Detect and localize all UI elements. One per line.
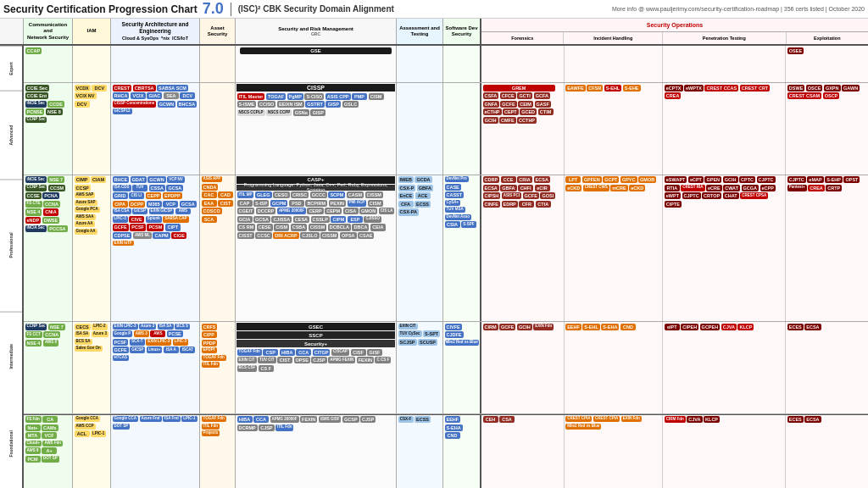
cert-osee: OSEE <box>787 47 804 54</box>
cert-cac: CAC <box>202 191 217 198</box>
cell-fnd-arch: Google CCA Azure Fnd ISA Fnd LPIC-1 DOT … <box>111 415 200 488</box>
cert-isa-a2: ISA A <box>164 347 179 353</box>
cert-cive: CIVE <box>129 216 144 223</box>
cert-gawn: GAWN <box>842 85 860 92</box>
cert-cjptc: CJPTC <box>757 176 776 183</box>
cert-ecre2: eCRE <box>706 185 722 191</box>
cert-bcpirm: BCPIRM <box>305 200 327 207</box>
cert-exin-cit: EXIN CIT <box>237 357 257 363</box>
cert-ccnp-s: CCNP Sec <box>25 185 47 191</box>
cert-cce: CCE <box>501 176 516 183</box>
cert-sehl2: S-EHE <box>623 85 641 92</box>
page-header: Security Certification Progression Chart… <box>0 0 868 19</box>
cert-cept: CEPT <box>503 108 519 115</box>
cert-eaa: EAA <box>202 200 217 207</box>
cert-dbca: DBCA <box>352 224 369 230</box>
cert-eckd: eCKD <box>629 185 645 191</box>
cert-itil-mp: ITIL MP <box>237 191 254 198</box>
gsec-bar: GSEC <box>236 323 395 330</box>
gse-bar: GSE <box>236 47 395 55</box>
cert-bhcsa: BHCSA <box>177 101 198 108</box>
cert-gcfe4: GCFE <box>113 347 129 353</box>
cert-dcpp: DCPP <box>129 201 145 208</box>
cert-togaf-fdn: TOGAF Fdn <box>237 349 262 356</box>
cell-fnd-assess: CSX-F ECSS <box>397 415 443 488</box>
cert-cfa: CFA <box>398 201 414 208</box>
cissp-bar: CISSP <box>236 84 395 92</box>
cell-expert-arch <box>111 46 200 82</box>
cert-pcna: PCNA <box>42 192 59 199</box>
pro-risk-certs: ITIL MP GLEG CESO CRISC GCCC SCPM CASM C… <box>236 191 395 240</box>
cert-cjissa: CJISSA <box>271 216 292 223</box>
cert-crest: CREST <box>113 85 132 92</box>
cert-cism: CISM <box>368 200 383 207</box>
cell-adv-dev <box>443 83 481 175</box>
cert-crest-crt2: CREST CRT <box>740 85 770 92</box>
cert-gasf: GASF <box>535 101 551 108</box>
cert-mile2: Mile2 Red vs Blue <box>445 340 479 346</box>
cert-crest-csas: CREST CCAS <box>704 85 738 92</box>
cell-pro-arch: RHCE GDAT GCWN VCP NV ISA CDS TUV CSSA G… <box>111 175 200 321</box>
cert-isa-csa: ISA CSA <box>113 208 131 214</box>
cell-int-risk: GSEC SSCP Security+ TOGAF Fdn CSP HIBA C… <box>236 322 397 413</box>
cell-pro-exploit: CJPTC eMAP S-EHP OPST Pantest+ CREA CRTP <box>786 175 868 321</box>
cert-bcs-s: BCS S <box>175 324 190 330</box>
cert-cism2: CISM <box>369 93 384 100</box>
cert-ctim: CTIM <box>538 108 554 115</box>
cert-cesa: CESA <box>293 216 309 223</box>
cert-ca2: CA <box>42 416 58 423</box>
cell-int-iam: CECS LPIC-2 ISA SA Azure 3 BCS SA Sales … <box>73 322 111 413</box>
cert-eces2: ECSA <box>804 324 821 330</box>
cert-cipm: CIPM <box>331 216 346 223</box>
cert-cerp: CERP <box>307 208 323 214</box>
cert-nse7: NSE 7 <box>47 176 64 183</box>
cert-ence: EnCE <box>398 192 415 199</box>
cert-osce: OSCE <box>806 85 823 92</box>
header-divider <box>231 3 231 16</box>
level-labels: Expert Advanced Professional Intermediat… <box>0 46 24 488</box>
cert-cimp: CIMP <box>75 176 90 183</box>
cert-pmp: PMP <box>352 93 367 100</box>
cert-gcsa: GCSA <box>166 185 183 191</box>
cert-ccap: CCAP <box>25 47 42 54</box>
cert-vcf: VCF <box>42 432 57 439</box>
cert-mcre: mCRE <box>610 185 628 191</box>
cert-cams: CAMs <box>42 424 58 431</box>
cert-acl: ACL <box>75 430 90 437</box>
cert-incie-s: iNCIE Sec <box>25 176 47 183</box>
page-title: Security Certification Progression Chart <box>3 3 198 15</box>
cert-gcga: GCGA <box>742 185 760 191</box>
cert-cepp: CEPP <box>146 192 162 199</box>
cert-exin-fdn2: EXIN Fdn <box>621 416 642 422</box>
cert-ceia: CEIA <box>370 224 386 230</box>
cert-ace2: ACE <box>415 192 431 199</box>
cell-fnd-exploit: ECES ECSA <box>786 415 868 488</box>
cert-ecih: eCKD <box>565 185 581 191</box>
cert-apmg-fexin: APMG FEXIN <box>328 357 355 363</box>
cert-gsna: GSNa <box>293 109 309 116</box>
cert-kali: CIRM Fdn <box>665 416 686 423</box>
cert-cysa-plus: CySA+ <box>445 200 461 206</box>
cert-gstrt: GSTRT <box>305 101 325 108</box>
cert-csba: CSBA <box>291 224 308 230</box>
cert-cipp: CIPP <box>202 331 217 338</box>
cert-cese: CESE <box>257 224 273 230</box>
cert-pcsf3: PCSF <box>113 339 129 346</box>
cert-grem: GREM <box>483 85 555 92</box>
cert-iweb: IWEB <box>398 176 414 183</box>
cert-hiba-f: HIBA <box>237 416 253 423</box>
cert-nse7-2: NSE 7 <box>48 324 65 330</box>
cert-ccse: CCSE <box>25 192 42 199</box>
cert-klcp2: KLCP <box>704 416 720 423</box>
cert-gbfa2: GBFA <box>500 185 516 191</box>
cert-ecsa3: ECSA <box>804 416 821 423</box>
cert-gicsp3: GICSP <box>130 347 145 353</box>
level-expert: Expert <box>0 46 22 91</box>
cert-gcthp: eCTHP <box>483 108 502 115</box>
cell-pro-network: iNCIE Sec NSE 7 CCNP Sec CCSM CCSE PCNA … <box>24 175 73 321</box>
cert-crest-csam: CREST CSAM <box>787 92 821 99</box>
cert-gcpt: GCPT <box>603 176 619 183</box>
cert-cbra: CBRTSA <box>133 85 156 92</box>
cert-epdpp: EPDPP <box>163 192 182 199</box>
cert-eswap: eSWAPT <box>665 176 687 183</box>
